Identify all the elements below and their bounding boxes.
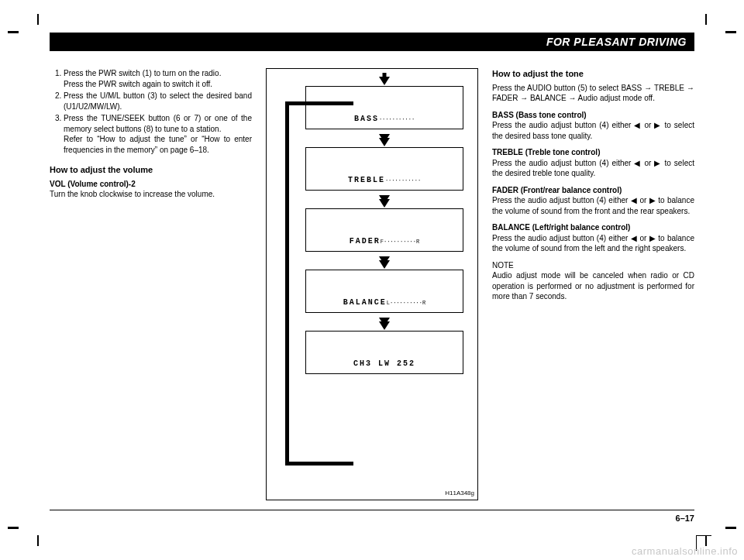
subhead-balance: BALANCE (Left/right balance control) <box>492 222 694 233</box>
loop-line <box>285 101 289 466</box>
lcd-balance: BALANCEL··········R <box>305 270 463 313</box>
step-text: Press the TUNE/SEEK button (6 or 7) or o… <box>64 114 252 133</box>
lcd-text: BASS <box>354 115 379 123</box>
step-subtext: Press the PWR switch again to switch it … <box>64 79 252 90</box>
crop-mark <box>725 527 736 529</box>
crop-mark <box>37 535 39 546</box>
right-column: How to adjust the tone Press the AUDIO b… <box>492 68 694 500</box>
section-header: FOR PLEASANT DRIVING <box>50 33 694 51</box>
lcd-label: TREBLE··········· <box>348 175 421 186</box>
lcd-bass: BASS··········· <box>305 86 463 129</box>
step-text: Press the PWR switch (1) to turn on the … <box>64 69 221 77</box>
body-fader: Press the audio adjust button (4) either… <box>492 195 694 216</box>
loop-line-bottom <box>285 462 353 466</box>
page: FOR PLEASANT DRIVING Press the PWR switc… <box>50 33 694 523</box>
heading-volume: How to adjust the volume <box>50 164 252 176</box>
subhead-treble: TREBLE (Treble tone control) <box>492 147 694 158</box>
arrow-down-icon <box>379 199 390 208</box>
crop-mark <box>705 14 707 25</box>
lcd-text: FADER <box>350 237 381 246</box>
lcd-station: CH3 LW 252 <box>305 331 463 374</box>
lcd-scale: ··········· <box>385 177 421 184</box>
body-balance: Press the audio adjust button (4) either… <box>492 233 694 254</box>
step-subtext: Refer to “How to adjust the tune” or “Ho… <box>64 134 252 155</box>
lcd-scale: F··········R <box>381 239 419 245</box>
step-3: Press the TUNE/SEEK button (6 or 7) or o… <box>64 113 252 155</box>
lcd-label: BASS··········· <box>354 114 415 125</box>
figure-code: H11A348g <box>445 490 474 498</box>
body-treble: Press the audio adjust button (4) either… <box>492 158 694 179</box>
lcd-label: BALANCEL··········R <box>343 297 425 308</box>
page-footer: 6–17 <box>50 510 694 523</box>
page-number: 6–17 <box>676 514 694 523</box>
subhead-fader: FADER (Front/rear balance control) <box>492 185 694 196</box>
step-1: Press the PWR switch (1) to turn on the … <box>64 68 252 89</box>
arrow-down-icon <box>379 138 390 146</box>
step-text: Press the U/M/L button (3) to select the… <box>64 91 252 111</box>
body-bass: Press the audio adjust button (4) either… <box>492 120 694 141</box>
center-column: BASS··········· TREBLE··········· FADERF… <box>266 68 478 500</box>
watermark: carmanualsonline.info <box>632 545 738 557</box>
arrow-down-icon <box>379 77 390 85</box>
content-columns: Press the PWR switch (1) to turn on the … <box>50 68 694 500</box>
heading-tone: How to adjust the tone <box>492 68 694 80</box>
lcd-fader: FADERF··········R <box>305 208 463 252</box>
audio-mode-diagram: BASS··········· TREBLE··········· FADERF… <box>266 68 478 500</box>
crop-mark <box>8 527 19 529</box>
crop-mark <box>8 31 19 33</box>
lcd-scale: ··········· <box>379 116 415 122</box>
lcd-scale: L··········R <box>387 300 425 306</box>
body-vol: Turn the knob clockwise to increase the … <box>50 189 252 200</box>
lcd-label: FADERF··········R <box>350 236 419 247</box>
lcd-label: CH3 LW 252 <box>353 359 415 369</box>
lcd-text: TREBLE <box>348 176 385 184</box>
crop-mark <box>725 31 736 33</box>
instruction-list: Press the PWR switch (1) to turn on the … <box>50 68 252 155</box>
crop-mark <box>37 14 39 25</box>
subhead-bass: BASS (Bass tone control) <box>492 110 694 121</box>
arrow-down-icon <box>379 321 390 330</box>
arrow-down-icon <box>379 260 390 269</box>
step-2: Press the U/M/L button (3) to select the… <box>64 91 252 112</box>
body-tone-intro: Press the AUDIO button (5) to select BAS… <box>492 83 694 104</box>
left-column: Press the PWR switch (1) to turn on the … <box>50 68 252 500</box>
subhead-vol: VOL (Volume control)-2 <box>50 179 252 190</box>
lcd-text: BALANCE <box>343 298 387 307</box>
lcd-treble: TREBLE··········· <box>305 147 463 191</box>
note-heading: NOTE <box>492 260 694 271</box>
note-body: Audio adjust mode will be canceled when … <box>492 270 694 302</box>
